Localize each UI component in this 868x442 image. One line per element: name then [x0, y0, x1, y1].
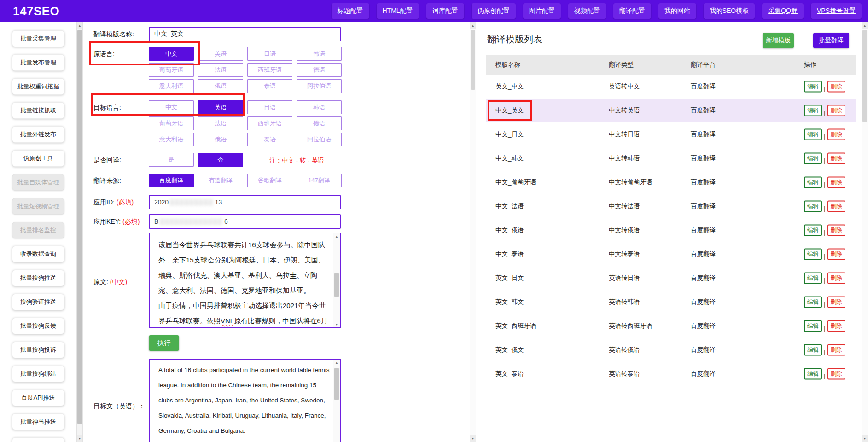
sidebar-item-11[interactable]: 搜狗验证推送 — [12, 294, 64, 310]
scroll-down-icon[interactable]: ▼ — [470, 435, 476, 442]
edit-button[interactable]: 编辑 — [804, 153, 822, 164]
sidebar-item-15[interactable]: 百度API推送 — [12, 390, 64, 406]
source-lang-option-8[interactable]: 意大利语 — [149, 79, 194, 93]
topnav-item-10[interactable]: VPS拨号设置 — [811, 3, 862, 19]
target-lang-option-7[interactable]: 德语 — [297, 116, 342, 130]
app-key-input[interactable]: B ▒▒▒▒▒▒▒▒▒▒▒▒▒ 6 — [149, 214, 341, 229]
scroll-up-icon[interactable]: ▲ — [77, 22, 82, 29]
form-scrollbar[interactable]: ▲ ▼ — [470, 22, 476, 442]
scrollbar-thumb[interactable] — [862, 30, 867, 122]
edit-button[interactable]: 编辑 — [804, 81, 822, 93]
source-lang-option-6[interactable]: 西班牙语 — [247, 63, 292, 77]
topnav-item-3[interactable]: 伪原创配置 — [472, 3, 516, 19]
target-text-area[interactable]: A total of 16 clubs participated in the … — [149, 359, 341, 442]
topnav-item-5[interactable]: 视频配置 — [568, 3, 606, 19]
back-translate-option-1[interactable]: 否 — [198, 153, 243, 167]
edit-button[interactable]: 编辑 — [804, 297, 822, 308]
source-lang-option-3[interactable]: 韩语 — [297, 47, 342, 61]
scrollbar-thumb[interactable] — [77, 30, 82, 424]
delete-button[interactable]: 删除 — [827, 81, 845, 93]
sidebar-item-3[interactable]: 批量链接抓取 — [12, 102, 64, 119]
delete-button[interactable]: 删除 — [827, 249, 845, 260]
source-lang-option-7[interactable]: 德语 — [297, 63, 342, 77]
topnav-item-2[interactable]: 词库配置 — [426, 3, 464, 19]
topnav-item-7[interactable]: 我的网站 — [658, 3, 696, 19]
target-lang-option-0[interactable]: 中文 — [149, 100, 194, 114]
edit-button[interactable]: 编辑 — [804, 249, 822, 260]
delete-button[interactable]: 删除 — [827, 225, 845, 236]
batch-translate-button[interactable]: 批量翻译 — [813, 33, 849, 48]
sidebar-item-14[interactable]: 批量搜狗绑站 — [12, 366, 64, 382]
delete-button[interactable]: 删除 — [827, 297, 845, 308]
sidebar-item-1[interactable]: 批量发布管理 — [12, 54, 64, 71]
source-lang-option-4[interactable]: 葡萄牙语 — [149, 63, 194, 77]
edit-button[interactable]: 编辑 — [804, 201, 822, 212]
scroll-down-icon[interactable]: ▼ — [333, 323, 340, 326]
sidebar-item-9[interactable]: 收录数据查询 — [12, 246, 64, 262]
sidebar-item-17[interactable] — [12, 437, 64, 442]
delete-button[interactable]: 删除 — [827, 201, 845, 212]
sidebar-item-10[interactable]: 批量搜狗推送 — [12, 270, 64, 286]
topnav-item-1[interactable]: HTML配置 — [377, 3, 419, 19]
target-lang-option-8[interactable]: 意大利语 — [149, 133, 194, 146]
edit-button[interactable]: 编辑 — [804, 273, 822, 284]
source-lang-option-10[interactable]: 泰语 — [247, 79, 292, 93]
source-lang-option-1[interactable]: 英语 — [198, 47, 243, 61]
source-lang-option-5[interactable]: 法语 — [198, 63, 243, 77]
delete-button[interactable]: 删除 — [827, 320, 845, 332]
target-lang-option-10[interactable]: 泰语 — [247, 133, 292, 146]
sidebar-item-4[interactable]: 批量外链发布 — [12, 126, 64, 143]
add-template-button[interactable]: 新增模版 — [763, 33, 794, 48]
translate-source-option-2[interactable]: 谷歌翻译 — [247, 174, 292, 187]
delete-button[interactable]: 删除 — [827, 177, 845, 188]
sidebar-scrollbar[interactable]: ▲ ▼ — [76, 22, 83, 442]
sidebar-item-16[interactable]: 批量神马推送 — [12, 413, 64, 430]
topnav-item-9[interactable]: 采集QQ群 — [762, 3, 804, 19]
delete-button[interactable]: 删除 — [827, 153, 845, 164]
back-translate-option-0[interactable]: 是 — [149, 153, 194, 167]
translate-source-option-0[interactable]: 百度翻译 — [149, 174, 194, 187]
target-lang-option-3[interactable]: 韩语 — [297, 100, 342, 114]
target-lang-option-4[interactable]: 葡萄牙语 — [149, 116, 194, 130]
source-lang-option-2[interactable]: 日语 — [247, 47, 292, 61]
sidebar-item-2[interactable]: 批量权重词挖掘 — [12, 78, 64, 95]
topnav-item-6[interactable]: 翻译配置 — [613, 3, 651, 19]
source-lang-option-0[interactable]: 中文 — [149, 47, 194, 61]
template-name-input[interactable] — [149, 27, 341, 41]
scroll-up-icon[interactable]: ▲ — [333, 235, 340, 238]
scrollbar-thumb[interactable] — [334, 273, 339, 297]
scroll-down-icon[interactable]: ▼ — [862, 435, 868, 442]
topnav-item-8[interactable]: 我的SEO模板 — [704, 3, 755, 19]
panel-scrollbar[interactable]: ▲ ▼ — [862, 22, 868, 442]
delete-button[interactable]: 删除 — [827, 105, 845, 116]
delete-button[interactable]: 删除 — [827, 129, 845, 140]
edit-button[interactable]: 编辑 — [804, 225, 822, 236]
translate-source-option-1[interactable]: 有道翻译 — [198, 174, 243, 187]
sidebar-item-5[interactable]: 伪原创工具 — [12, 150, 64, 167]
scroll-up-icon[interactable]: ▲ — [470, 22, 476, 29]
target-lang-option-1[interactable]: 英语 — [198, 100, 243, 114]
source-lang-option-11[interactable]: 阿拉伯语 — [297, 79, 342, 93]
target-lang-option-2[interactable]: 日语 — [247, 100, 292, 114]
delete-button[interactable]: 删除 — [827, 368, 845, 380]
target-text-scrollbar[interactable]: ▲ ▼ — [333, 360, 340, 442]
edit-button[interactable]: 编辑 — [804, 177, 822, 188]
scroll-up-icon[interactable]: ▲ — [862, 22, 868, 29]
target-lang-option-6[interactable]: 西班牙语 — [247, 116, 292, 130]
source-text-scrollbar[interactable]: ▲ ▼ — [333, 233, 340, 327]
edit-button[interactable]: 编辑 — [804, 368, 822, 380]
sidebar-item-12[interactable]: 批量搜狗反馈 — [12, 318, 64, 334]
source-lang-option-9[interactable]: 俄语 — [198, 79, 243, 93]
source-text-area[interactable]: 该届当今世界乒乓球联赛共计16支球会参与。除中国队外，余下15支球会分别为阿根廷… — [149, 233, 341, 328]
sidebar-item-0[interactable]: 批量采集管理 — [12, 30, 64, 47]
target-lang-option-5[interactable]: 法语 — [198, 116, 243, 130]
execute-button[interactable]: 执行 — [149, 335, 179, 351]
app-id-input[interactable]: 2020 ▒▒▒▒▒▒▒▒▒ 13 — [149, 195, 341, 209]
target-lang-option-11[interactable]: 阿拉伯语 — [297, 133, 342, 146]
edit-button[interactable]: 编辑 — [804, 344, 822, 356]
scroll-down-icon[interactable]: ▼ — [77, 435, 82, 442]
translate-source-option-3[interactable]: 147翻译 — [297, 174, 342, 187]
target-lang-option-9[interactable]: 俄语 — [198, 133, 243, 146]
sidebar-item-13[interactable]: 批量搜狗投诉 — [12, 342, 64, 358]
scroll-up-icon[interactable]: ▲ — [333, 361, 340, 364]
